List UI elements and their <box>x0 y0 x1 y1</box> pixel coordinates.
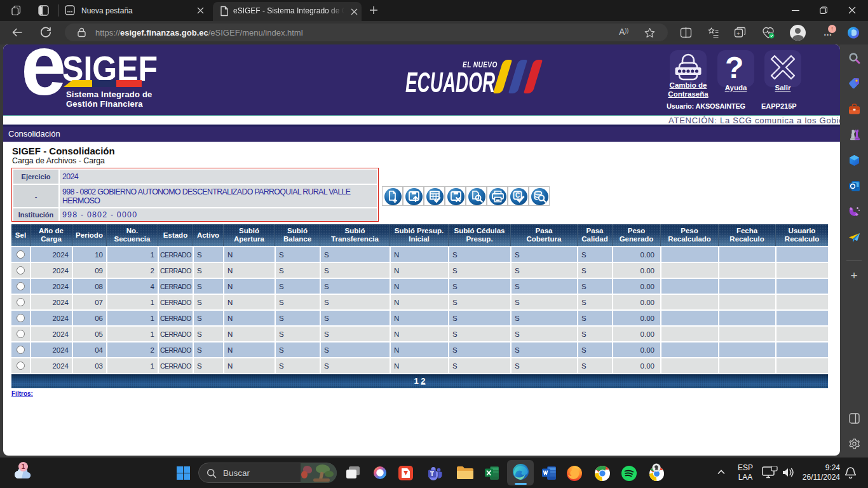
svg-text:C: C <box>515 192 520 199</box>
svg-text:+: + <box>736 30 740 37</box>
